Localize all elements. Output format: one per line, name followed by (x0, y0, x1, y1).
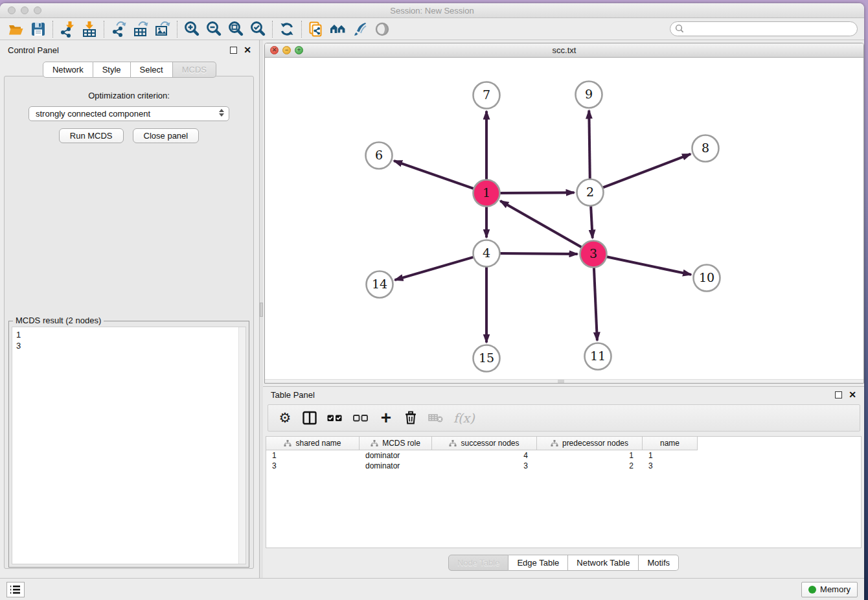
zoom-in-icon[interactable] (181, 19, 203, 39)
tab-network-table[interactable]: Network Table (568, 555, 639, 571)
graph-edge-4-3[interactable] (499, 253, 578, 254)
hide-selected-icon[interactable] (371, 19, 393, 39)
criterion-value: strongly connected component (36, 109, 150, 119)
graph-edge-1-2[interactable] (499, 192, 575, 193)
graph-node-3[interactable]: 3 (580, 241, 607, 268)
optimization-criterion-label: Optimization criterion: (5, 91, 253, 100)
column-settings-gear-icon[interactable]: ⚙ (277, 410, 293, 426)
close-panel-button[interactable]: Close panel (133, 128, 200, 143)
column-header[interactable]: predecessor nodes (537, 437, 643, 450)
run-mcds-button[interactable]: Run MCDS (59, 128, 124, 143)
table-cell[interactable]: 2 (537, 461, 643, 471)
column-header[interactable]: name (643, 437, 698, 450)
column-header[interactable]: MCDS role (360, 437, 432, 450)
network-minimize-icon[interactable]: − (282, 46, 291, 54)
column-header[interactable]: shared name (266, 437, 360, 450)
network-view-window: ✕ − + scc.txt 1234678910111415 (264, 43, 864, 384)
delete-table-icon[interactable] (428, 410, 444, 426)
minimize-window-icon[interactable] (21, 6, 29, 14)
create-column-icon[interactable]: + (378, 410, 394, 426)
graph-edge-2-8[interactable] (601, 154, 691, 189)
graph-edge-3-1[interactable] (500, 201, 583, 248)
svg-text:15: 15 (479, 351, 494, 365)
graph-node-2[interactable]: 2 (577, 179, 604, 206)
graph-node-14[interactable]: 14 (367, 271, 393, 298)
network-scroll-grip[interactable] (558, 380, 564, 384)
graph-node-1[interactable]: 1 (474, 180, 500, 207)
graph-edge-2-9[interactable] (589, 111, 590, 181)
table-cell[interactable]: 1 (537, 450, 643, 461)
graph-edge-3-10[interactable] (605, 257, 691, 275)
graph-node-11[interactable]: 11 (585, 343, 611, 370)
style-painter-icon[interactable] (349, 19, 371, 39)
table-cell[interactable]: 3 (643, 461, 698, 471)
graph-node-8[interactable]: 8 (692, 135, 719, 162)
clone-network-icon[interactable] (305, 19, 327, 39)
tab-edge-table[interactable]: Edge Table (508, 555, 568, 571)
export-image-icon[interactable] (152, 19, 174, 39)
close-panel-icon[interactable]: ✕ (244, 47, 251, 54)
graph-edge-4-14[interactable] (395, 257, 475, 280)
graph-node-7[interactable]: 7 (474, 82, 500, 109)
maximize-window-icon[interactable] (34, 6, 41, 14)
network-close-icon[interactable]: ✕ (270, 46, 279, 54)
column-header[interactable]: successor nodes (432, 437, 537, 450)
graph-node-9[interactable]: 9 (576, 82, 602, 108)
refresh-layout-icon[interactable] (276, 19, 298, 39)
network-maximize-icon[interactable]: + (295, 46, 303, 54)
graph-edge-3-11[interactable] (594, 266, 597, 341)
graph-node-4[interactable]: 4 (474, 240, 500, 267)
network-canvas[interactable]: 1234678910111415 (265, 58, 863, 379)
close-table-panel-icon[interactable]: ✕ (849, 391, 856, 398)
zoom-fit-icon[interactable] (225, 19, 247, 39)
network-hscrollbar[interactable] (265, 379, 863, 384)
split-panel-icon[interactable] (302, 410, 317, 426)
graph-node-15[interactable]: 15 (474, 345, 500, 372)
table-row[interactable]: 3dominator323 (266, 461, 861, 471)
graph-node-6[interactable]: 6 (366, 143, 393, 169)
tab-node-table[interactable]: Node Table (448, 555, 509, 571)
show-all-columns-icon[interactable] (326, 410, 343, 426)
table-cell[interactable]: dominator (360, 450, 432, 461)
open-file-icon[interactable] (5, 19, 27, 39)
graph-edge-1-6[interactable] (394, 161, 475, 189)
table-row[interactable]: 1dominator411 (266, 450, 861, 461)
import-network-icon[interactable] (56, 19, 78, 39)
task-history-button[interactable] (6, 582, 25, 597)
import-table-icon[interactable] (78, 19, 100, 39)
table-cell[interactable]: 3 (266, 461, 360, 471)
tab-motifs[interactable]: Motifs (639, 555, 679, 571)
table-cell[interactable]: 3 (432, 461, 537, 471)
graph-node-10[interactable]: 10 (694, 265, 720, 292)
hide-all-columns-icon[interactable] (352, 410, 369, 426)
tab-select[interactable]: Select (131, 62, 173, 78)
table-cell[interactable]: 4 (432, 450, 537, 461)
zoom-selected-icon[interactable] (247, 19, 269, 39)
column-type-icon (371, 440, 378, 447)
first-neighbors-icon[interactable] (327, 19, 349, 39)
table-cell[interactable]: dominator (360, 461, 432, 471)
float-table-panel-icon[interactable] (835, 391, 842, 398)
table-header-row: shared nameMCDS rolesuccessor nodesprede… (266, 437, 861, 450)
memory-button[interactable]: Memory (801, 582, 858, 597)
criterion-dropdown[interactable]: strongly connected component (29, 106, 229, 121)
zoom-out-icon[interactable] (203, 19, 225, 39)
delete-columns-icon[interactable] (403, 410, 418, 426)
search-input[interactable] (670, 21, 858, 36)
tab-style[interactable]: Style (93, 62, 131, 78)
table-cell[interactable]: 1 (266, 450, 360, 461)
network-window-titlebar[interactable]: ✕ − + scc.txt (265, 43, 863, 58)
float-panel-icon[interactable] (230, 47, 237, 54)
tab-network[interactable]: Network (43, 62, 93, 78)
export-network-icon[interactable] (108, 19, 130, 39)
result-scrollbar[interactable] (238, 327, 246, 564)
close-window-icon[interactable] (8, 6, 16, 14)
tab-mcds[interactable]: MCDS (173, 62, 216, 78)
mcds-result-area[interactable]: 1 3 (12, 327, 246, 564)
save-session-icon[interactable] (27, 19, 49, 39)
export-table-icon[interactable] (130, 19, 152, 39)
column-type-icon (551, 440, 558, 447)
table-cell[interactable]: 1 (643, 450, 698, 461)
graph-edge-2-3[interactable] (591, 205, 593, 238)
function-builder-icon[interactable]: f(x) (453, 410, 475, 426)
